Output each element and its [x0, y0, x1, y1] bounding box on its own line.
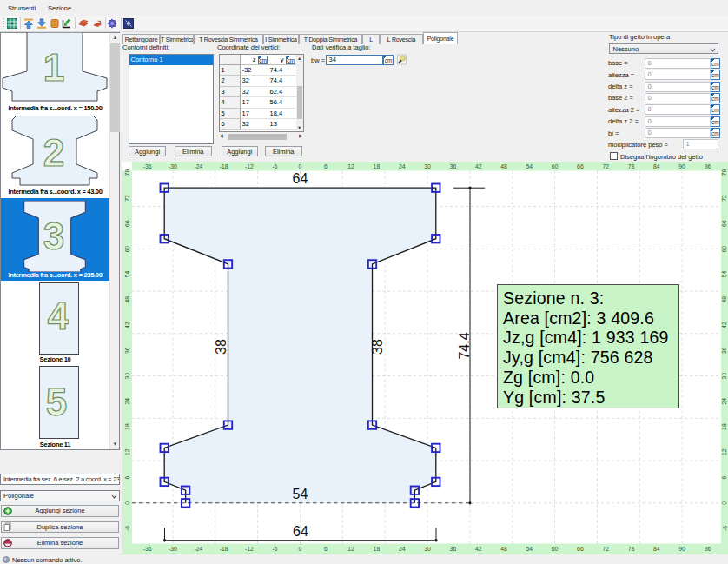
svg-text:-36: -36 — [143, 546, 152, 552]
svg-text:24: 24 — [124, 398, 130, 405]
svg-text:0: 0 — [299, 546, 302, 552]
svg-text:18: 18 — [124, 423, 130, 430]
svg-text:42: 42 — [124, 322, 130, 328]
svg-text:60: 60 — [124, 245, 130, 252]
svg-text:24: 24 — [399, 163, 406, 169]
svg-text:-30: -30 — [169, 163, 177, 169]
svg-text:18: 18 — [374, 546, 381, 552]
svg-text:72: 72 — [602, 163, 609, 169]
svg-text:18: 18 — [722, 423, 728, 430]
svg-text:-30: -30 — [169, 546, 177, 552]
svg-text:12: 12 — [347, 163, 354, 169]
svg-text:-18: -18 — [220, 163, 228, 169]
svg-text:30: 30 — [424, 163, 431, 169]
svg-text:36: 36 — [722, 347, 728, 354]
svg-text:-24: -24 — [194, 546, 202, 552]
svg-text:6: 6 — [324, 546, 328, 552]
svg-text:72: 72 — [124, 195, 130, 202]
svg-text:90: 90 — [678, 546, 685, 552]
svg-text:64: 64 — [293, 171, 308, 186]
svg-text:-6: -6 — [124, 526, 130, 531]
svg-text:66: 66 — [124, 220, 130, 227]
svg-text:-24: -24 — [194, 163, 202, 169]
svg-text:0: 0 — [124, 501, 130, 505]
svg-text:-6: -6 — [722, 526, 728, 531]
svg-text:-12: -12 — [245, 163, 254, 169]
svg-text:12: 12 — [347, 546, 354, 552]
svg-text:48: 48 — [124, 296, 130, 303]
svg-text:72: 72 — [722, 195, 728, 202]
svg-text:24: 24 — [722, 398, 728, 405]
svg-text:60: 60 — [552, 163, 559, 169]
svg-text:78: 78 — [722, 169, 728, 176]
svg-text:72: 72 — [602, 546, 609, 552]
svg-text:54: 54 — [722, 271, 728, 278]
svg-text:12: 12 — [722, 448, 728, 455]
svg-text:96: 96 — [705, 163, 711, 169]
svg-text:48: 48 — [500, 163, 507, 169]
svg-text:54: 54 — [293, 487, 308, 501]
svg-text:48: 48 — [722, 296, 728, 303]
svg-text:66: 66 — [722, 220, 728, 227]
svg-text:36: 36 — [450, 546, 457, 552]
svg-text:66: 66 — [577, 546, 584, 552]
svg-text:42: 42 — [475, 546, 482, 552]
svg-text:60: 60 — [722, 245, 728, 252]
svg-text:12: 12 — [124, 448, 130, 455]
svg-text:54: 54 — [526, 163, 533, 169]
svg-text:38: 38 — [215, 339, 229, 355]
svg-text:-6: -6 — [272, 546, 277, 552]
svg-text:96: 96 — [705, 546, 711, 552]
svg-text:78: 78 — [124, 169, 130, 176]
svg-text:-36: -36 — [143, 163, 152, 169]
svg-text:78: 78 — [628, 546, 635, 552]
svg-text:38: 38 — [370, 339, 385, 355]
svg-text:6: 6 — [324, 163, 328, 169]
svg-text:30: 30 — [124, 373, 130, 380]
svg-text:30: 30 — [424, 546, 431, 552]
svg-text:78: 78 — [628, 163, 635, 169]
svg-text:6: 6 — [124, 475, 130, 479]
svg-text:48: 48 — [500, 546, 507, 552]
svg-text:54: 54 — [526, 546, 533, 552]
svg-text:6: 6 — [722, 475, 728, 479]
svg-text:84: 84 — [653, 546, 660, 552]
svg-text:-12: -12 — [245, 546, 254, 552]
svg-text:42: 42 — [722, 322, 728, 328]
svg-text:54: 54 — [124, 271, 130, 278]
svg-text:84: 84 — [653, 163, 660, 169]
svg-text:60: 60 — [552, 546, 559, 552]
svg-text:74.4: 74.4 — [457, 332, 472, 359]
svg-text:36: 36 — [450, 163, 457, 169]
svg-text:0: 0 — [722, 501, 728, 505]
svg-text:18: 18 — [374, 163, 381, 169]
svg-text:64: 64 — [293, 524, 308, 539]
svg-text:90: 90 — [678, 163, 685, 169]
svg-text:-6: -6 — [272, 163, 277, 169]
svg-text:0: 0 — [299, 163, 302, 169]
svg-text:36: 36 — [124, 347, 130, 354]
svg-text:66: 66 — [577, 163, 584, 169]
svg-text:24: 24 — [399, 546, 406, 552]
svg-text:30: 30 — [722, 373, 728, 380]
svg-text:-18: -18 — [220, 546, 228, 552]
svg-text:42: 42 — [475, 163, 482, 169]
